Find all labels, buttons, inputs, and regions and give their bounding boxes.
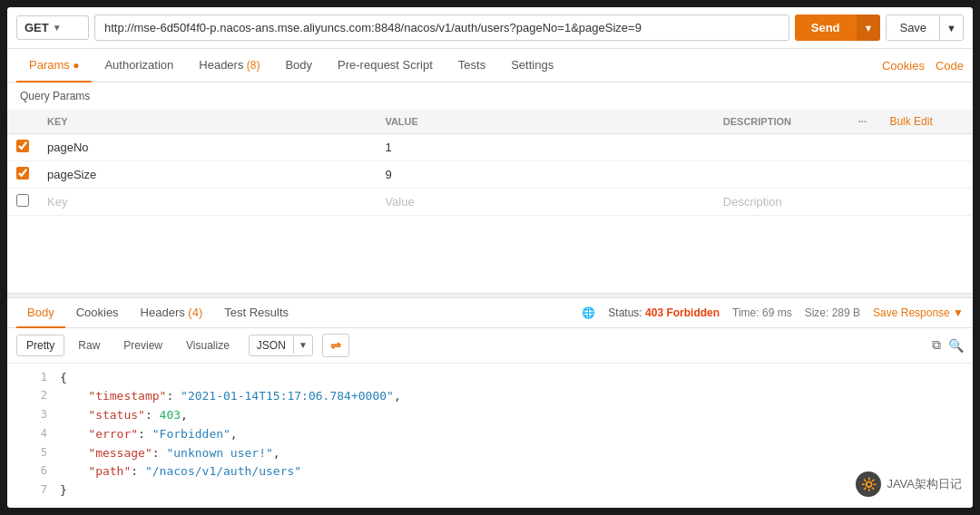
row1-checkbox[interactable] [16,140,29,152]
bulk-edit-header[interactable]: Bulk Edit [880,110,973,134]
json-line-1: 1 { [22,369,958,388]
code-link[interactable]: Code [936,59,964,73]
response-tab-headers[interactable]: Headers (4) [130,298,214,328]
size-info: Size: 289 B [805,306,860,319]
status-value: 403 Forbidden [645,306,720,319]
watermark-text: JAVA架构日记 [887,476,962,492]
search-icon[interactable]: 🔍 [948,338,964,353]
tab-right-links: Cookies Code [882,59,964,73]
desc-col-header: DESCRIPTION [714,110,845,134]
preview-btn[interactable]: Preview [113,335,172,356]
row3-checkbox[interactable] [16,194,29,207]
send-button-group: Send ▼ [795,15,881,41]
json-line-5: 5 "message": "unknown user!", [22,444,958,463]
tab-headers[interactable]: Headers (8) [186,49,272,83]
tab-tests[interactable]: Tests [446,49,498,83]
row3-value-placeholder[interactable]: Value [376,189,713,216]
row3-desc-placeholder[interactable]: Description [714,189,845,216]
tab-pre-request-script[interactable]: Pre-request Script [325,49,446,83]
save-button-group: Save ▼ [886,15,964,41]
tab-settings[interactable]: Settings [498,49,566,83]
method-select[interactable]: GET ▼ [16,15,89,40]
method-label: GET [24,21,49,34]
globe-icon: 🌐 [582,306,595,319]
json-viewer: 1 { 2 "timestamp": "2021-01-14T15:17:06.… [7,364,973,509]
response-tab-body[interactable]: Body [16,298,65,328]
response-section: Body Cookies Headers (4) Test Results 🌐 … [7,298,973,509]
row2-checkbox[interactable] [16,167,29,180]
format-select-arrow[interactable]: ▼ [293,336,312,354]
response-tab-cookies[interactable]: Cookies [65,298,130,328]
save-button[interactable]: Save [887,15,939,40]
tab-body[interactable]: Body [272,49,325,83]
row3-key-placeholder[interactable]: Key [38,189,376,216]
format-bar: Pretty Raw Preview Visualize JSON ▼ ⇌ ⧉ … [7,328,973,364]
watermark-icon: 🔆 [856,471,881,497]
format-select[interactable]: JSON ▼ [249,335,313,356]
status-bar: 🌐 Status: 403 Forbidden Time: 69 ms Size… [582,306,964,319]
pretty-btn[interactable]: Pretty [16,335,64,356]
checkbox-col-header [7,110,38,134]
json-line-6: 6 "path": "/nacos/v1/auth/users" [22,462,958,481]
key-col-header: KEY [38,110,376,134]
actions-col-header: ··· [844,110,880,134]
row1-desc[interactable] [714,134,845,161]
row2-key[interactable]: pageSize [38,161,376,189]
format-label: JSON [250,335,293,355]
tab-authorization[interactable]: Authorization [92,49,186,83]
table-row: pageNo 1 [7,134,973,161]
send-dropdown-button[interactable]: ▼ [857,15,881,41]
raw-btn[interactable]: Raw [68,335,110,356]
params-section: Query Params KEY VALUE DESCRIPTION ··· B… [7,83,973,293]
value-col-header: VALUE [376,110,713,134]
response-tabs-bar: Body Cookies Headers (4) Test Results 🌐 … [7,298,973,328]
row2-value[interactable]: 9 [376,161,713,189]
status-label: Status: 403 Forbidden [608,306,720,319]
row2-desc[interactable] [714,161,845,189]
table-row: pageSize 9 [7,161,973,189]
table-row-empty: Key Value Description [7,189,973,216]
response-tab-test-results[interactable]: Test Results [213,298,299,328]
tab-params[interactable]: Params ● [16,49,92,83]
send-button[interactable]: Send [795,15,857,41]
row1-value[interactable]: 1 [376,134,713,161]
watermark: 🔆 JAVA架构日记 [856,471,962,497]
save-response-link[interactable]: Save Response ▼ [873,306,964,319]
url-bar: GET ▼ Send ▼ Save ▼ [7,7,973,49]
query-params-label: Query Params [7,83,973,110]
save-dropdown-button[interactable]: ▼ [939,15,963,40]
more-icon: ··· [858,116,867,127]
time-info: Time: 69 ms [732,306,792,319]
json-line-4: 4 "error": "Forbidden", [22,425,958,444]
json-line-3: 3 "status": 403, [22,406,958,425]
json-line-7: 7 } [22,481,958,500]
params-table: KEY VALUE DESCRIPTION ··· Bulk Edit page… [7,110,973,216]
request-tabs-bar: Params ● Authorization Headers (8) Body … [7,49,973,83]
row1-key[interactable]: pageNo [38,134,376,161]
format-right-icons: ⧉ 🔍 [932,337,964,353]
json-line-2: 2 "timestamp": "2021-01-14T15:17:06.784+… [22,387,958,406]
copy-icon[interactable]: ⧉ [932,337,941,353]
method-chevron-icon: ▼ [53,23,62,33]
wrap-btn[interactable]: ⇌ [322,334,349,357]
cookies-link[interactable]: Cookies [882,59,925,73]
url-input[interactable] [94,15,789,41]
visualize-btn[interactable]: Visualize [176,335,240,356]
